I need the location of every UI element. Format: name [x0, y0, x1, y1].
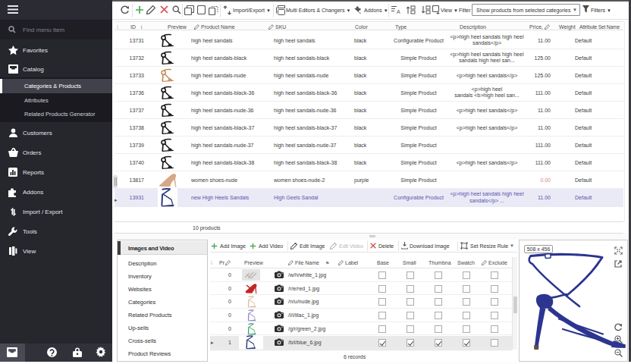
svg-text:A: A	[397, 9, 400, 14]
